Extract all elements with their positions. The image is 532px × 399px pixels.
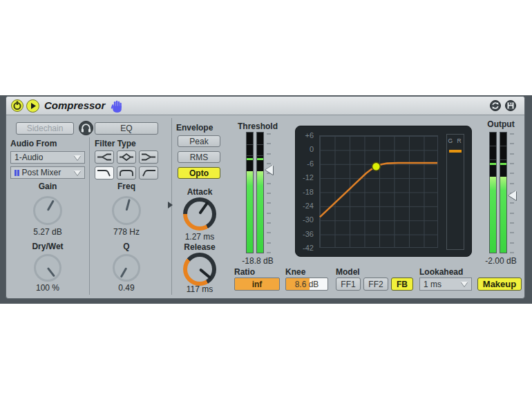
gain-reduction-meter: G R: [446, 134, 464, 250]
eq-toggle-button[interactable]: EQ: [95, 122, 158, 135]
filter-bandpass-button[interactable]: [117, 166, 136, 179]
sidechain-toggle-button[interactable]: Sidechain: [16, 122, 74, 135]
threshold-value[interactable]: -18.8 dB: [230, 256, 285, 266]
attack-label: Attack: [172, 187, 227, 197]
compression-curve: [320, 136, 437, 247]
threshold-marker[interactable]: [265, 165, 273, 175]
y-tick-label: -36: [293, 230, 314, 238]
device-power-icon[interactable]: [11, 99, 23, 112]
sidechain-tap-select[interactable]: Post Mixer: [10, 166, 85, 179]
q-knob[interactable]: [113, 254, 140, 282]
model-label: Model: [336, 267, 360, 277]
freq-knob[interactable]: [112, 196, 141, 225]
drywet-value[interactable]: 100 %: [20, 283, 75, 293]
drywet-label: Dry/Wet: [20, 242, 75, 251]
graph-grid: [319, 135, 438, 248]
lookahead-select[interactable]: 1 ms: [419, 278, 472, 291]
gain-knob[interactable]: [33, 196, 62, 225]
chevron-down-icon: [461, 282, 468, 286]
makeup-button[interactable]: Makeup: [477, 278, 522, 291]
y-tick-label: -12: [293, 173, 314, 182]
model-ff2-button[interactable]: FF2: [363, 278, 388, 291]
output-label: Output: [473, 119, 529, 129]
gr-label: G R: [447, 137, 464, 144]
envelope-label: Envelope: [176, 123, 213, 133]
y-tick-label: -24: [293, 202, 314, 210]
hot-swap-icon[interactable]: [490, 100, 501, 111]
sidechain-tap-value: Post Mixer: [22, 168, 61, 177]
section-divider: [89, 137, 90, 295]
model-ff1-button[interactable]: FF1: [336, 278, 361, 291]
gr-bar: [449, 150, 462, 153]
gain-label: Gain: [20, 182, 75, 191]
drywet-knob[interactable]: [34, 254, 61, 282]
ratio-label: Ratio: [234, 267, 255, 277]
q-value[interactable]: 0.49: [99, 283, 154, 293]
q-label: Q: [99, 242, 154, 251]
filter-high-shelf-button[interactable]: [139, 150, 158, 164]
attack-value[interactable]: 1.27 ms: [172, 232, 227, 242]
audio-from-label: Audio From: [10, 139, 57, 148]
filter-bell-button[interactable]: [117, 150, 136, 164]
chevron-down-icon: [74, 171, 81, 175]
filter-highpass-button[interactable]: [139, 166, 158, 179]
filter-low-shelf-button[interactable]: [95, 150, 114, 164]
release-value[interactable]: 117 ms: [172, 284, 227, 294]
page: Compressor Sidechain EQ Audio From 1-Aud…: [0, 0, 532, 399]
knee-value-box[interactable]: 8.6 dB: [285, 278, 328, 291]
freq-value[interactable]: 778 Hz: [99, 227, 154, 237]
envelope-rms-button[interactable]: RMS: [178, 151, 220, 163]
threshold-meter: [246, 132, 264, 253]
y-tick-label: +6: [293, 131, 314, 139]
release-label: Release: [172, 242, 227, 252]
y-tick-label: -42: [293, 244, 314, 252]
threshold-label: Threshold: [230, 121, 285, 131]
envelope-peak-button[interactable]: Peak: [178, 135, 220, 147]
output-gain-marker[interactable]: [509, 191, 516, 200]
tap-point-icon: [15, 170, 19, 176]
y-tick-label: -18: [293, 188, 314, 196]
output-meter: [489, 132, 507, 253]
y-tick-label: -30: [293, 215, 314, 224]
filter-type-label: Filter Type: [95, 139, 136, 148]
ratio-value-box[interactable]: inf: [234, 278, 280, 291]
transfer-curve-display: +60-6-12-18-24-30-36-42 G R: [295, 126, 472, 257]
freq-label: Freq: [99, 182, 154, 191]
device-title: Compressor: [44, 99, 105, 111]
preview-play-icon[interactable]: [26, 99, 39, 113]
gain-value[interactable]: 5.27 dB: [20, 227, 75, 237]
release-knob[interactable]: [183, 253, 216, 286]
threshold-meter-scale: [266, 133, 271, 252]
lookahead-value: 1 ms: [424, 280, 441, 289]
chevron-down-icon: [74, 155, 81, 160]
threshold-dot-handle[interactable]: [372, 162, 381, 171]
compressor-device: Compressor Sidechain EQ Audio From 1-Aud…: [6, 96, 525, 299]
sidechain-listen-icon[interactable]: [79, 121, 93, 135]
y-tick-label: 0: [293, 145, 314, 153]
save-preset-icon[interactable]: [505, 100, 516, 111]
envelope-opto-button[interactable]: Opto: [178, 167, 220, 179]
sidechain-fold-arrow-icon[interactable]: [168, 202, 173, 208]
filter-lowpass-button[interactable]: [95, 166, 114, 179]
model-fb-button[interactable]: FB: [391, 278, 413, 291]
sidechain-source-value: 1-Audio: [15, 153, 43, 162]
knee-label: Knee: [285, 267, 305, 277]
lookahead-label: Lookahead: [419, 267, 463, 277]
output-value[interactable]: -2.00 dB: [473, 256, 529, 266]
y-tick-label: -6: [293, 159, 314, 168]
attack-knob[interactable]: [183, 197, 216, 231]
push-hand-icon: [110, 99, 124, 113]
sidechain-source-select[interactable]: 1-Audio: [10, 151, 85, 164]
device-title-bar: Compressor: [6, 97, 524, 115]
